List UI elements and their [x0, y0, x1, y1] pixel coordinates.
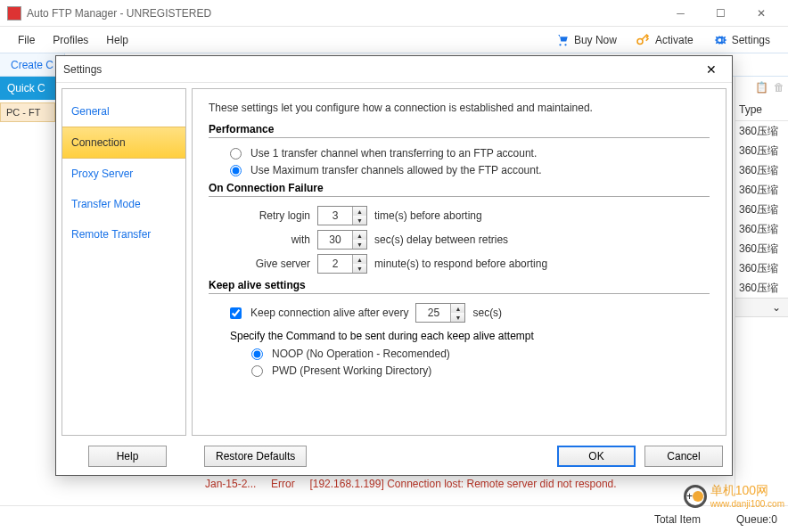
- perf-option-single-channel[interactable]: Use 1 transfer channel when transferring…: [230, 147, 710, 160]
- spinner-up-icon[interactable]: ▲: [451, 304, 464, 313]
- retry-login-row: Retry login 3 ▲▼ time(s) before aborting: [230, 206, 710, 225]
- maximize-button[interactable]: ☐: [701, 0, 741, 27]
- log-date: Jan-15-2...: [205, 478, 256, 490]
- retry-login-suffix: time(s) before aborting: [374, 209, 482, 222]
- copy-icon[interactable]: 📋: [755, 81, 768, 94]
- status-queue-label: Queue:0: [736, 513, 777, 526]
- spinner-up-icon[interactable]: ▲: [353, 231, 366, 240]
- svg-point-2: [637, 38, 643, 44]
- delete-icon[interactable]: 🗑: [774, 81, 784, 94]
- settings-button[interactable]: Settings: [702, 29, 779, 52]
- retry-login-label: Retry login: [230, 209, 310, 222]
- retry-delay-row: with 30 ▲▼ sec(s) delay between retries: [230, 230, 710, 250]
- keepalive-cmd-noop[interactable]: NOOP (No Operation - Recomended): [251, 348, 710, 360]
- close-button[interactable]: ✕: [741, 0, 781, 27]
- keepalive-cmd-label: Specify the Command to be sent during ea…: [230, 330, 710, 342]
- keepalive-section-title: Keep alive settings: [209, 279, 710, 291]
- keepalive-cmd-pwd[interactable]: PWD (Present Working Directory): [251, 364, 710, 377]
- settings-category-list: General Connection Proxy Server Transfer…: [62, 88, 186, 436]
- settings-label: Settings: [732, 34, 770, 46]
- retry-delay-suffix: sec(s) delay between retries: [374, 233, 508, 246]
- cmd-radio-pwd-label: PWD (Present Working Directory): [272, 364, 431, 377]
- grid-cell[interactable]: 360压缩: [735, 219, 788, 239]
- grid-cell[interactable]: 360压缩: [735, 141, 788, 160]
- respond-timeout-spinner[interactable]: 2 ▲▼: [317, 254, 367, 274]
- keepalive-value[interactable]: 25: [416, 304, 450, 322]
- activate-button[interactable]: Activate: [626, 29, 702, 52]
- retry-delay-label: with: [230, 233, 310, 246]
- keepalive-spinner[interactable]: 25 ▲▼: [415, 303, 465, 323]
- menu-profiles[interactable]: Profiles: [44, 30, 97, 50]
- grid-cell[interactable]: 360压缩: [735, 160, 788, 180]
- settings-nav-remote[interactable]: Remote Transfer: [62, 219, 185, 250]
- cmd-radio-noop-label: NOOP (No Operation - Recomended): [272, 348, 450, 360]
- cmd-radio-pwd[interactable]: [251, 365, 263, 377]
- profile-sidebar: Quick C PC - FT: [0, 77, 55, 505]
- restore-defaults-button[interactable]: Restore Defaults: [204, 446, 307, 467]
- respond-timeout-value[interactable]: 2: [318, 255, 352, 273]
- perf-radio-max[interactable]: [230, 165, 242, 176]
- chevron-down-icon: ⌄: [772, 301, 781, 314]
- settings-nav-proxy[interactable]: Proxy Server: [62, 159, 185, 189]
- gear-icon: [711, 32, 727, 48]
- spinner-down-icon[interactable]: ▼: [353, 240, 366, 249]
- help-button[interactable]: Help: [88, 446, 167, 467]
- retry-delay-spinner[interactable]: 30 ▲▼: [317, 230, 367, 250]
- window-title: Auto FTP Manager - UNREGISTERED: [27, 7, 661, 20]
- activate-label: Activate: [655, 34, 694, 46]
- settings-nav-transfer-mode[interactable]: Transfer Mode: [62, 189, 185, 219]
- grid-cell[interactable]: 360压缩: [735, 278, 788, 298]
- cancel-button[interactable]: Cancel: [644, 446, 723, 467]
- grid-cell[interactable]: 360压缩: [735, 200, 788, 219]
- settings-content: These settings let you configure how a c…: [192, 88, 726, 436]
- minimize-button[interactable]: ─: [661, 0, 701, 27]
- spinner-down-icon[interactable]: ▼: [353, 264, 366, 273]
- app-icon: [7, 6, 21, 20]
- retry-login-spinner[interactable]: 3 ▲▼: [317, 206, 367, 225]
- quick-connect-tab[interactable]: Quick C: [0, 77, 55, 100]
- dialog-close-button[interactable]: ✕: [698, 62, 725, 77]
- settings-nav-general[interactable]: General: [62, 96, 185, 127]
- svg-point-1: [564, 44, 566, 45]
- grid-cell[interactable]: 360压缩: [735, 180, 788, 200]
- log-level: Error: [271, 478, 295, 490]
- spinner-down-icon[interactable]: ▼: [451, 313, 464, 322]
- status-bar: Total Item Queue:0: [0, 505, 788, 532]
- respond-timeout-row: Give server 2 ▲▼ minute(s) to respond be…: [230, 254, 710, 274]
- ok-button[interactable]: OK: [557, 446, 636, 467]
- grid-cell[interactable]: 360压缩: [735, 121, 788, 141]
- log-entry: Jan-15-2... Error [192.168.1.199] Connec…: [205, 478, 617, 490]
- cmd-radio-noop[interactable]: [251, 348, 263, 360]
- column-header-type[interactable]: Type: [735, 98, 788, 121]
- settings-nav-connection[interactable]: Connection: [62, 127, 185, 159]
- grid-cell[interactable]: 360压缩: [735, 239, 788, 258]
- menu-file[interactable]: File: [9, 30, 44, 50]
- menu-help[interactable]: Help: [97, 30, 137, 50]
- retry-login-value[interactable]: 3: [318, 207, 352, 225]
- respond-timeout-suffix: minute(s) to respond before aborting: [374, 258, 547, 270]
- keepalive-checkbox-row[interactable]: Keep connection alive after every 25 ▲▼ …: [230, 303, 710, 323]
- log-msg: [192.168.1.199] Connection lost: Remote …: [309, 478, 616, 490]
- keepalive-suffix: sec(s): [472, 307, 502, 319]
- dialog-titlebar[interactable]: Settings ✕: [56, 56, 732, 83]
- keepalive-checkbox[interactable]: [230, 307, 242, 319]
- buy-now-button[interactable]: Buy Now: [545, 29, 626, 52]
- watermark-url: www.danji100.com: [710, 499, 784, 509]
- watermark-text: 单机100网: [710, 483, 784, 499]
- watermark: + 单机100网 www.danji100.com: [684, 483, 784, 509]
- keepalive-label: Keep connection alive after every: [250, 307, 408, 319]
- expand-row-toggle[interactable]: ⌄: [735, 298, 788, 317]
- grid-cell[interactable]: 360压缩: [735, 258, 788, 278]
- spinner-down-icon[interactable]: ▼: [353, 216, 366, 225]
- perf-option-max-channels[interactable]: Use Maximum transfer channels allowed by…: [230, 164, 710, 176]
- retry-delay-value[interactable]: 30: [318, 231, 352, 249]
- perf-radio-single-label: Use 1 transfer channel when transferring…: [250, 147, 537, 160]
- dialog-title: Settings: [63, 63, 698, 76]
- perf-radio-single[interactable]: [230, 148, 242, 160]
- profile-item-pc-ftp[interactable]: PC - FT: [0, 102, 55, 122]
- cart-icon: [554, 32, 570, 48]
- performance-section-title: Performance: [209, 123, 710, 135]
- spinner-up-icon[interactable]: ▲: [353, 207, 366, 216]
- buy-now-label: Buy Now: [574, 34, 617, 46]
- spinner-up-icon[interactable]: ▲: [353, 255, 366, 264]
